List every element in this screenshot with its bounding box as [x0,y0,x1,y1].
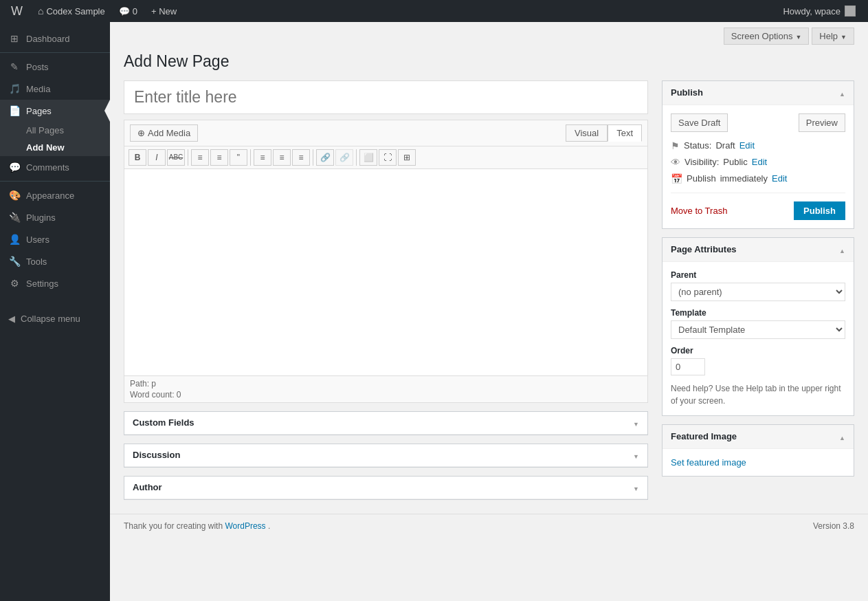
wp-logo[interactable]: W [5,4,28,19]
status-edit-link[interactable]: Edit [739,140,755,151]
save-draft-button[interactable]: Save Draft [671,113,728,132]
sidebar-item-dashboard[interactable]: ⊞ Dashboard [0,28,110,50]
visibility-value: Public [723,157,747,167]
template-label: Template [671,308,845,318]
add-media-button[interactable]: ⊕ Add Media [130,124,198,142]
align-left-button[interactable]: ≡ [254,149,271,166]
discussion-toggle[interactable] [633,450,639,461]
sidebar-item-appearance[interactable]: 🎨 Appearance [0,184,110,206]
insert-link-button[interactable]: 🔗 [316,149,334,166]
sidebar-item-settings[interactable]: ⚙ Settings [0,272,110,294]
discussion-title: Discussion [133,450,180,460]
comments-icon: 💬 [8,162,21,173]
screen-options-button[interactable]: Screen Options [724,28,810,45]
featured-image-box: Featured Image Set featured image [662,424,854,477]
publish-button[interactable]: Publish [794,201,845,220]
tab-visual[interactable]: Visual [566,124,608,142]
status-label: Status: [684,140,711,151]
chevron-down-icon [795,31,801,41]
tab-text[interactable]: Text [608,124,642,142]
align-right-button[interactable]: ≡ [292,149,310,166]
editor-layout: ⊕ Add Media Visual Text [124,80,854,500]
publish-collapse-icon[interactable] [839,87,845,99]
remove-link-button[interactable]: 🔗 [335,149,353,166]
sidebar-item-users[interactable]: 👤 Users [0,228,110,250]
adminbar-comments[interactable]: 💬 0 [112,0,144,22]
sidebar-item-comments[interactable]: 💬 Comments [0,156,110,178]
custom-fields-toggle[interactable] [633,417,639,428]
bold-button[interactable]: B [129,149,146,166]
page-title-input[interactable] [124,80,648,114]
editor-sidebar: Publish Save Draft Preview [662,80,854,485]
custom-fields-title: Custom Fields [133,417,194,428]
adminbar-site[interactable]: ⌂ Codex Sample [31,0,112,22]
editor-box: ⊕ Add Media Visual Text [124,120,648,403]
editor-tabs: Visual Text [566,124,642,142]
author-toggle[interactable] [633,482,639,493]
page-attributes-box: Page Attributes Parent (no parent) [662,237,854,416]
featured-image-body: Set featured image [663,449,854,476]
publish-visibility-row: 👁 Visibility: Public Edit [671,157,845,168]
custom-fields-metabox: Custom Fields [124,411,648,435]
toolbar-separator-2 [250,149,251,166]
status-value: Draft [715,140,735,151]
home-icon: ⌂ [38,6,43,17]
discussion-metabox: Discussion [124,444,648,468]
submenu-item-all-pages[interactable]: All Pages [0,122,110,139]
adminbar-howdy: Howdy, wpace [776,6,863,17]
publish-box: Publish Save Draft Preview [662,80,854,229]
editor-content-area[interactable] [124,169,647,375]
insert-more-button[interactable]: ⬜ [359,149,377,166]
sidebar-item-posts[interactable]: ✎ Posts [0,56,110,78]
author-header[interactable]: Author [124,477,647,499]
parent-field: Parent (no parent) [671,270,845,301]
visibility-icon: 👁 [671,157,680,168]
parent-select[interactable]: (no parent) [671,283,845,301]
custom-fields-header[interactable]: Custom Fields [124,412,647,435]
sidebar-item-pages[interactable]: 📄 Pages [0,100,110,122]
italic-button[interactable]: I [148,149,166,166]
editor-toolbar-top: ⊕ Add Media Visual Text [124,120,647,146]
calendar-icon: 📅 [671,173,682,184]
visibility-edit-link[interactable]: Edit [752,157,767,167]
page-title: Add New Page [124,52,854,72]
publish-time-edit-link[interactable]: Edit [772,173,787,184]
toolbar-separator [188,149,188,166]
author-metabox: Author [124,476,648,500]
publish-time-label: Publish [687,173,716,184]
admin-menu: ⊞ Dashboard ✎ Posts 🎵 Media 📄 Pages All … [0,22,110,601]
align-center-button[interactable]: ≡ [273,149,291,166]
sidebar-item-tools[interactable]: 🔧 Tools [0,250,110,272]
sidebar-item-label: Posts [26,62,49,72]
page-attributes-collapse-icon[interactable] [839,243,845,256]
blockquote-button[interactable]: " [230,149,247,166]
author-title: Author [133,482,162,492]
menu-arrow [104,100,110,122]
sidebar-item-label: Media [26,84,50,94]
wordpress-link[interactable]: WordPress [225,521,267,531]
order-field: Order [671,346,845,375]
adminbar-new[interactable]: + New [144,0,183,22]
fullscreen-button[interactable]: ⛶ [379,149,397,166]
publish-status-row: ⚑ Status: Draft Edit [671,140,845,151]
preview-button[interactable]: Preview [799,113,845,132]
order-input[interactable] [671,358,705,375]
appearance-icon: 🎨 [8,190,21,201]
sidebar-item-plugins[interactable]: 🔌 Plugins [0,206,110,228]
toolbar-toggle-button[interactable]: ⊞ [398,149,416,166]
template-select[interactable]: Default Template [671,320,845,339]
set-featured-image-link[interactable]: Set featured image [671,457,746,468]
ordered-list-button[interactable]: ≡ [210,149,228,166]
unordered-list-button[interactable]: ≡ [191,149,209,166]
strikethrough-button[interactable]: ABC [167,149,185,166]
featured-image-header: Featured Image [663,425,854,449]
featured-image-collapse-icon[interactable] [839,430,845,443]
wrap: Add New Page ⊕ Add Media [110,45,868,514]
adminbar-right: Howdy, wpace [776,0,863,22]
sidebar-item-media[interactable]: 🎵 Media [0,78,110,100]
help-button[interactable]: Help [812,28,854,45]
discussion-header[interactable]: Discussion [124,444,647,467]
submenu-item-add-new[interactable]: Add New [0,139,110,156]
move-to-trash-button[interactable]: Move to Trash [671,206,727,216]
collapse-menu[interactable]: ◀ Collapse menu [0,308,110,329]
